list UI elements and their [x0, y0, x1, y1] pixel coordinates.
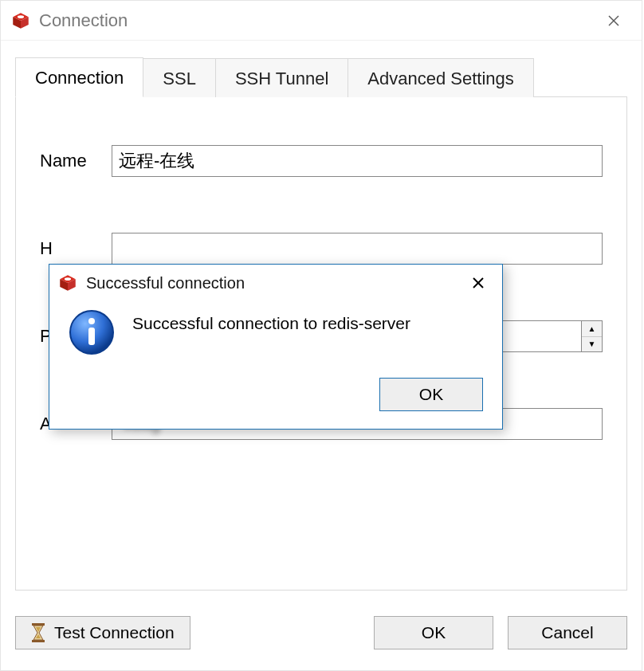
modal-actions: OK [49, 363, 502, 429]
port-step-up[interactable]: ▲ [582, 321, 602, 337]
dialog-button-bar: Test Connection OK Cancel [15, 616, 627, 649]
port-step-down[interactable]: ▼ [582, 337, 602, 352]
connection-dialog: Connection Connection SSL SSH Tunnel Adv… [0, 0, 642, 671]
tab-ssh-tunnel[interactable]: SSH Tunnel [215, 58, 348, 97]
name-input[interactable] [112, 145, 603, 177]
port-stepper[interactable]: ▲ ▼ [582, 320, 603, 352]
svg-point-3 [18, 15, 24, 18]
success-modal: Successful connection [49, 264, 503, 430]
tab-ssl[interactable]: SSL [143, 58, 216, 97]
svg-point-11 [65, 277, 71, 281]
modal-message: Successful connection to redis-server [132, 309, 410, 333]
test-connection-button[interactable]: Test Connection [15, 616, 190, 649]
test-connection-label: Test Connection [54, 623, 175, 642]
tab-advanced[interactable]: Advanced Settings [348, 58, 533, 97]
tabstrip: Connection SSL SSH Tunnel Advanced Setti… [15, 55, 627, 96]
tab-connection[interactable]: Connection [15, 57, 143, 97]
close-icon[interactable] [595, 2, 632, 39]
info-icon [69, 309, 115, 355]
modal-title: Successful connection [86, 274, 245, 292]
cancel-button[interactable]: Cancel [508, 616, 627, 649]
ok-button[interactable]: OK [374, 616, 493, 649]
name-label: Name [40, 151, 112, 171]
window-title: Connection [39, 10, 128, 31]
field-name: Name [40, 145, 603, 177]
field-host: H [40, 233, 603, 265]
redis-icon [57, 273, 78, 293]
host-input[interactable] [112, 233, 603, 265]
svg-rect-16 [88, 328, 95, 345]
modal-titlebar: Successful connection [49, 265, 502, 301]
titlebar: Connection [1, 1, 642, 41]
modal-body: Successful connection to redis-server [49, 301, 502, 363]
svg-point-15 [88, 318, 95, 324]
host-label: H [40, 238, 112, 259]
redis-icon [10, 10, 31, 31]
modal-ok-button[interactable]: OK [379, 378, 483, 411]
modal-close-icon[interactable] [462, 267, 494, 299]
hourglass-icon [30, 622, 46, 643]
